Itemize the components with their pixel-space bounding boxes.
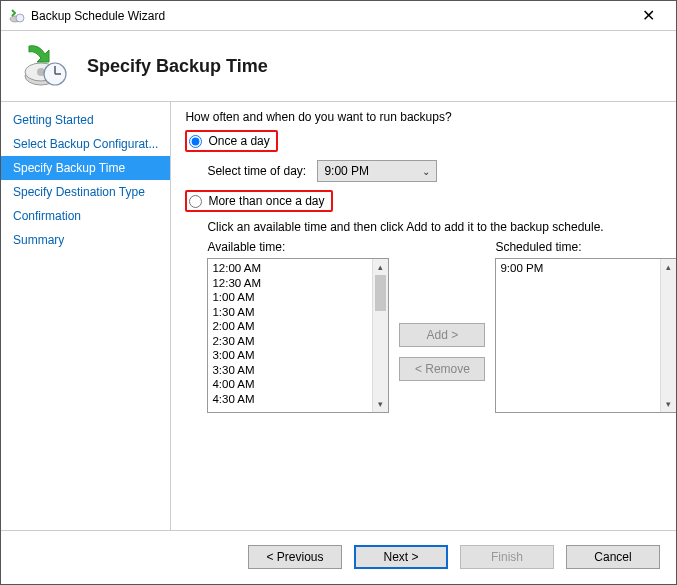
- scroll-track[interactable]: [373, 311, 388, 396]
- cancel-button[interactable]: Cancel: [566, 545, 660, 569]
- prompt-text: How often and when do you want to run ba…: [185, 110, 677, 124]
- sidebar-item-confirmation[interactable]: Confirmation: [1, 204, 170, 228]
- scrollbar[interactable]: ▴ ▾: [660, 259, 676, 412]
- list-item[interactable]: 12:00 AM: [212, 261, 368, 276]
- wizard-header: Specify Backup Time: [1, 31, 676, 101]
- content-panel: How often and when do you want to run ba…: [171, 102, 677, 530]
- sidebar-item-select-backup-config[interactable]: Select Backup Configurat...: [1, 132, 170, 156]
- scroll-track[interactable]: [661, 275, 676, 396]
- scroll-down-icon[interactable]: ▾: [373, 396, 388, 412]
- close-icon[interactable]: ✕: [628, 6, 668, 25]
- scroll-up-icon[interactable]: ▴: [661, 259, 676, 275]
- titlebar: Backup Schedule Wizard ✕: [1, 1, 676, 31]
- remove-button[interactable]: < Remove: [399, 357, 485, 381]
- available-column: Available time: 12:00 AM 12:30 AM 1:00 A…: [207, 240, 389, 413]
- list-item[interactable]: 2:30 AM: [212, 334, 368, 349]
- radio-more-than-once-label: More than once a day: [208, 194, 324, 208]
- transfer-buttons: Add > < Remove: [399, 290, 485, 413]
- previous-button[interactable]: < Previous: [248, 545, 342, 569]
- radio-more-than-once[interactable]: More than once a day: [185, 190, 332, 212]
- sidebar-item-specify-destination-type[interactable]: Specify Destination Type: [1, 180, 170, 204]
- available-time-label: Available time:: [207, 240, 389, 254]
- select-time-value: 9:00 PM: [324, 164, 369, 178]
- available-time-listbox[interactable]: 12:00 AM 12:30 AM 1:00 AM 1:30 AM 2:00 A…: [207, 258, 389, 413]
- chevron-down-icon: ⌄: [422, 166, 430, 177]
- scroll-thumb[interactable]: [375, 275, 386, 311]
- scrollbar[interactable]: ▴ ▾: [372, 259, 388, 412]
- radio-more-than-once-input[interactable]: [189, 195, 202, 208]
- finish-button: Finish: [460, 545, 554, 569]
- list-item[interactable]: 4:30 AM: [212, 392, 368, 407]
- more-description: Click an available time and then click A…: [207, 220, 677, 234]
- app-icon: [9, 8, 25, 24]
- page-title: Specify Backup Time: [87, 56, 268, 77]
- list-item[interactable]: 12:30 AM: [212, 276, 368, 291]
- sidebar-item-specify-backup-time[interactable]: Specify Backup Time: [1, 156, 170, 180]
- scheduled-time-label: Scheduled time:: [495, 240, 677, 254]
- list-item[interactable]: 3:30 AM: [212, 363, 368, 378]
- list-item[interactable]: 2:00 AM: [212, 319, 368, 334]
- radio-once-a-day-label: Once a day: [208, 134, 269, 148]
- svg-point-1: [16, 14, 24, 22]
- select-time-label: Select time of day:: [207, 164, 317, 178]
- radio-once-a-day[interactable]: Once a day: [185, 130, 277, 152]
- wizard-sidebar: Getting Started Select Backup Configurat…: [1, 102, 171, 530]
- select-time-row: Select time of day: 9:00 PM ⌄: [207, 160, 677, 182]
- select-time-dropdown[interactable]: 9:00 PM ⌄: [317, 160, 437, 182]
- scroll-up-icon[interactable]: ▴: [373, 259, 388, 275]
- scheduled-column: Scheduled time: 9:00 PM ▴ ▾: [495, 240, 677, 413]
- next-button[interactable]: Next >: [354, 545, 448, 569]
- radio-once-a-day-input[interactable]: [189, 135, 202, 148]
- sidebar-item-summary[interactable]: Summary: [1, 228, 170, 252]
- scheduled-time-listbox[interactable]: 9:00 PM ▴ ▾: [495, 258, 677, 413]
- wizard-footer: < Previous Next > Finish Cancel: [1, 531, 676, 583]
- scroll-down-icon[interactable]: ▾: [661, 396, 676, 412]
- time-columns: Available time: 12:00 AM 12:30 AM 1:00 A…: [207, 240, 677, 413]
- wizard-body: Getting Started Select Backup Configurat…: [1, 101, 676, 531]
- sidebar-item-getting-started[interactable]: Getting Started: [1, 108, 170, 132]
- window-title: Backup Schedule Wizard: [31, 9, 628, 23]
- list-item[interactable]: 9:00 PM: [500, 261, 656, 276]
- list-item[interactable]: 1:00 AM: [212, 290, 368, 305]
- wizard-icon: [21, 42, 69, 90]
- list-item[interactable]: 4:00 AM: [212, 377, 368, 392]
- add-button[interactable]: Add >: [399, 323, 485, 347]
- list-item[interactable]: 3:00 AM: [212, 348, 368, 363]
- list-item[interactable]: 1:30 AM: [212, 305, 368, 320]
